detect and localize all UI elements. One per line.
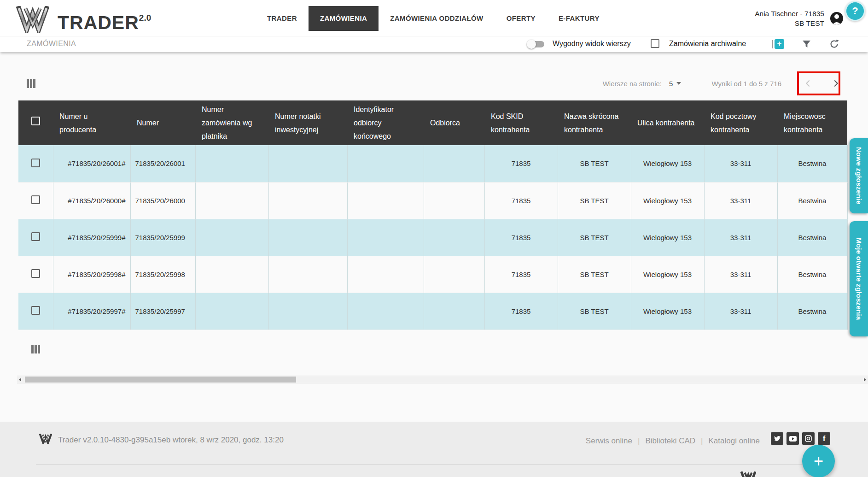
cell-empty <box>424 256 484 293</box>
col-header-producer-number[interactable]: Numer u producenta <box>53 100 130 145</box>
table-row[interactable]: #71835/20/26001# 71835/20/26001 71835 SB… <box>18 145 847 182</box>
youtube-icon[interactable] <box>786 432 799 445</box>
nav-item-zamowienia-oddzialow[interactable]: ZAMÓWIENIA ODDZIAŁÓW <box>379 0 495 36</box>
cell-empty <box>268 256 347 293</box>
chevron-left-icon <box>803 78 813 88</box>
nav-item-trader[interactable]: TRADER <box>256 0 309 36</box>
cell-empty <box>268 293 347 330</box>
brand-name: TRADER2.0 <box>58 4 151 36</box>
trader-logo-icon <box>16 6 49 35</box>
add-plus-icon: + <box>775 39 784 49</box>
nav-item-efaktury[interactable]: E-FAKTURY <box>547 0 611 36</box>
row-checkbox[interactable] <box>31 306 40 315</box>
col-header-payer-order-number[interactable]: Numer zamówienia wg platnika <box>195 100 268 145</box>
col-header-short-name[interactable]: Nazwa skrócona kontrahenta <box>558 100 631 145</box>
page-toolbar: ZAMÓWIENIA Wygodny widok wierszy Zamówie… <box>0 36 868 52</box>
row-view-toggle-label[interactable]: Wygodny widok wierszy <box>553 40 631 48</box>
table-row[interactable]: #71835/20/25999# 71835/20/25999 71835 SB… <box>18 219 847 256</box>
rows-per-page-value[interactable]: 5 <box>669 80 673 88</box>
filter-button[interactable] <box>802 40 811 50</box>
orders-table: Numer u producenta Numer Numer zamówieni… <box>18 100 847 330</box>
help-button[interactable]: ? <box>845 1 865 21</box>
main-nav: TRADER ZAMÓWIENIA ZAMÓWIENIA ODDZIAŁÓW O… <box>256 0 611 36</box>
open-tickets-tab-label: Moje otwarte zgłoszenia <box>855 238 863 320</box>
col-header-end-recipient-id[interactable]: Identyfikator odbiorcy końcowego <box>347 100 424 145</box>
cell-producer-number: #71835/20/26000# <box>53 182 130 219</box>
cell-empty <box>347 145 424 182</box>
user-name: Ania Tischner - 71835 <box>755 9 824 18</box>
cell-empty <box>424 145 484 182</box>
user-company: SB TEST <box>755 18 824 28</box>
link-separator: | <box>638 436 640 446</box>
twitter-icon[interactable] <box>771 432 783 445</box>
cell-empty <box>195 182 268 219</box>
table-row[interactable]: #71835/20/26000# 71835/20/26000 71835 SB… <box>18 182 847 219</box>
cell-skid-code: 71835 <box>484 182 558 219</box>
add-table-button[interactable]: + <box>772 39 784 49</box>
link-biblioteki-cad[interactable]: Biblioteki CAD <box>645 436 695 446</box>
brand[interactable]: TRADER2.0 <box>16 4 151 36</box>
nav-item-zamowienia[interactable]: ZAMÓWIENIA <box>309 6 379 31</box>
col-header-recipient[interactable]: Odbiorca <box>424 100 484 145</box>
instagram-icon[interactable] <box>802 432 815 445</box>
col-header-street[interactable]: Ulica kontrahenta <box>631 100 704 145</box>
scroll-right-arrow-icon[interactable] <box>862 376 868 383</box>
link-katalogi-online[interactable]: Katalogi online <box>708 436 760 446</box>
rows-per-page-dropdown-icon[interactable] <box>676 82 681 85</box>
cell-postal-code: 33-311 <box>704 256 777 293</box>
column-picker-button-bottom[interactable] <box>31 345 40 353</box>
chevron-right-icon <box>831 78 841 88</box>
user-info: Ania Tischner - 71835 SB TEST <box>755 9 824 28</box>
new-ticket-tab-label: Nowe zgłoszenie <box>855 147 863 205</box>
filter-funnel-icon <box>802 40 811 48</box>
row-view-toggle[interactable] <box>529 41 544 47</box>
cell-producer-number: #71835/20/26001# <box>53 145 130 182</box>
version-line: Trader v2.0.10-4830-g395a15eb wtorek, 8 … <box>39 434 284 447</box>
table-row[interactable]: #71835/20/25998# 71835/20/25998 71835 SB… <box>18 256 847 293</box>
cell-skid-code: 71835 <box>484 256 558 293</box>
archive-checkbox-label[interactable]: Zamówienia archiwalne <box>669 40 746 48</box>
row-checkbox[interactable] <box>31 232 40 241</box>
row-checkbox[interactable] <box>31 269 40 278</box>
row-checkbox[interactable] <box>31 195 40 204</box>
cell-producer-number: #71835/20/25998# <box>53 256 130 293</box>
cell-empty <box>268 182 347 219</box>
col-header-skid-code[interactable]: Kod SKID kontrahenta <box>484 100 558 145</box>
table-row[interactable]: #71835/20/25997# 71835/20/25997 71835 SB… <box>18 293 847 330</box>
cell-skid-code: 71835 <box>484 293 558 330</box>
cell-number: 71835/20/26001 <box>130 145 195 182</box>
cell-empty <box>195 256 268 293</box>
scrollbar-thumb[interactable] <box>25 377 296 383</box>
col-header-investment-note-number[interactable]: Numer notatki inwestycyjnej <box>268 100 347 145</box>
scroll-left-arrow-icon[interactable] <box>17 376 23 383</box>
next-page-button[interactable] <box>830 78 841 89</box>
plus-icon: + <box>814 452 823 471</box>
link-serwis-online[interactable]: Serwis online <box>586 436 632 446</box>
archive-checkbox[interactable] <box>651 39 659 48</box>
select-all-checkbox[interactable] <box>31 117 40 125</box>
cell-producer-number: #71835/20/25999# <box>53 219 130 256</box>
row-checkbox[interactable] <box>31 159 40 167</box>
cell-short-name: SB TEST <box>558 219 631 256</box>
open-tickets-tab[interactable]: Moje otwarte zgłoszenia <box>850 221 868 336</box>
cell-empty <box>347 182 424 219</box>
horizontal-scrollbar[interactable] <box>17 376 868 383</box>
cell-city: Bestwina <box>777 293 847 330</box>
nav-item-oferty[interactable]: OFERTY <box>495 0 547 36</box>
new-ticket-tab[interactable]: Nowe zgłoszenie <box>850 138 868 213</box>
facebook-icon[interactable]: f <box>818 432 830 445</box>
prev-page-button[interactable] <box>803 78 814 89</box>
col-header-city[interactable]: Miejscowosc kontrahenta <box>777 100 847 145</box>
user-avatar-icon[interactable] <box>830 12 843 25</box>
cell-postal-code: 33-311 <box>704 293 777 330</box>
col-header-number[interactable]: Numer <box>130 100 195 145</box>
cell-empty <box>347 293 424 330</box>
table-bar-icon <box>772 40 773 48</box>
cell-city: Bestwina <box>777 182 847 219</box>
col-header-postal-code[interactable]: Kod pocztowy kontrahenta <box>704 100 777 145</box>
column-picker-button[interactable] <box>27 79 35 88</box>
refresh-icon <box>829 39 839 49</box>
add-new-fab-button[interactable]: + <box>802 445 835 477</box>
refresh-button[interactable] <box>829 39 839 51</box>
cell-short-name: SB TEST <box>558 293 631 330</box>
